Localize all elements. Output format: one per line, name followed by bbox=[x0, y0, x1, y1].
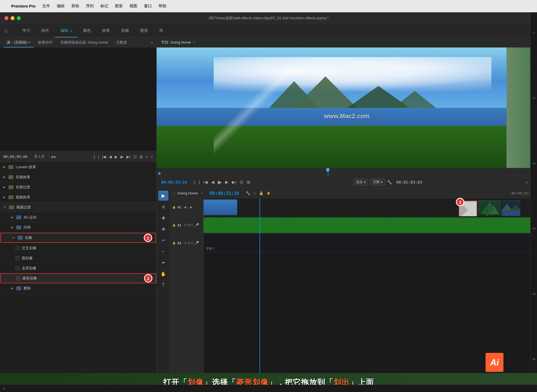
step-fwd-btn[interactable]: ▶ bbox=[121, 155, 124, 159]
home-button[interactable]: ⌂ bbox=[4, 27, 8, 34]
prog-step-fwd[interactable]: ▶ bbox=[225, 180, 229, 185]
move-tool-btn[interactable]: ✥ bbox=[158, 224, 168, 234]
insert-btn[interactable]: ⊡ bbox=[133, 155, 137, 159]
mark-in-btn[interactable]: { bbox=[94, 155, 95, 159]
a1-sync-icon[interactable]: ⊡ bbox=[184, 223, 187, 227]
prog-extract[interactable]: ⊞ bbox=[247, 180, 250, 185]
effects-diamond-wipe[interactable]: ✓ 菱形划像 2 bbox=[0, 273, 156, 283]
fit-selector[interactable]: 适合 ▾ bbox=[354, 179, 368, 186]
timeline-snap-btn[interactable]: 🔧 bbox=[246, 191, 250, 195]
menu-sequence[interactable]: 序列 bbox=[86, 4, 94, 9]
menu-edit[interactable]: 编辑 bbox=[57, 4, 65, 9]
effects-lumetri[interactable]: ▶ Lumetri 效果 bbox=[0, 162, 156, 172]
text-tool-btn[interactable]: T bbox=[158, 280, 168, 290]
prog-go-in[interactable]: |◀ bbox=[203, 180, 208, 185]
effects-3d-motion[interactable]: ▶ 3D 运动 bbox=[0, 212, 156, 222]
tab-effect-controls[interactable]: 效果控件 bbox=[35, 37, 56, 47]
step-back-btn[interactable]: ◀ bbox=[109, 155, 112, 159]
wrench-icon[interactable]: 🔧 bbox=[387, 180, 392, 184]
nav-item-color[interactable]: 颜色 bbox=[77, 24, 96, 37]
a2-mic-icon[interactable]: 🎤 bbox=[194, 241, 199, 245]
a1-m-btn[interactable]: M bbox=[188, 224, 190, 227]
panel-more-button[interactable]: » bbox=[151, 40, 153, 45]
nav-item-library[interactable]: 库 bbox=[154, 24, 169, 37]
nav-item-edit[interactable]: 编辑 ≡ bbox=[55, 24, 77, 37]
a2-lock[interactable]: 🔒 bbox=[172, 241, 176, 244]
prog-step-back[interactable]: ◀ bbox=[211, 180, 215, 185]
nav-item-graphics[interactable]: 图形 bbox=[135, 24, 154, 37]
timeline-lock-btn[interactable]: 🔒 bbox=[259, 191, 263, 195]
a2-sync-icon[interactable]: ⊡ bbox=[184, 241, 187, 245]
prog-mark-out[interactable]: } bbox=[199, 180, 200, 184]
effects-audio-transition[interactable]: ▶ 音频过渡 bbox=[0, 182, 156, 192]
a1-audio-clip[interactable] bbox=[204, 217, 537, 233]
nav-item-learn[interactable]: 学习 bbox=[17, 24, 36, 37]
effects-wipe-folder[interactable]: ▼ 划像 1 bbox=[0, 233, 156, 243]
menu-premiere-pro[interactable]: Premiere Pro bbox=[11, 4, 36, 8]
effects-video-transition[interactable]: ▼ 视频过渡 bbox=[0, 202, 156, 212]
a2-s-btn[interactable]: S bbox=[191, 241, 193, 244]
program-scrubber[interactable] bbox=[157, 168, 537, 176]
v1-lock[interactable]: 🔒 bbox=[172, 206, 176, 209]
razor-tool-btn[interactable]: ✂ bbox=[158, 235, 168, 245]
a1-s-btn[interactable]: S bbox=[191, 224, 193, 227]
menu-view[interactable]: 视图 bbox=[129, 4, 137, 9]
source-timecode[interactable]: 00;00;00;00 bbox=[3, 155, 27, 159]
overwrite-btn[interactable]: ⊞ bbox=[140, 155, 143, 159]
timeline-timecode[interactable]: 00;00;33;16 bbox=[209, 191, 239, 196]
program-tab[interactable]: 节目: Going Home bbox=[160, 40, 192, 45]
quality-selector[interactable]: 完整 ▾ bbox=[370, 179, 385, 186]
nav-item-assembly[interactable]: 组件 bbox=[36, 24, 55, 37]
program-time-display[interactable]: 00:00:33:16 bbox=[161, 180, 187, 184]
prog-lift[interactable]: ⊡ bbox=[240, 180, 243, 185]
selection-tool-btn[interactable]: ▶ bbox=[158, 191, 168, 201]
maximize-button[interactable] bbox=[17, 16, 21, 20]
page-next-icon[interactable]: ▶▶ bbox=[51, 155, 56, 159]
hand-tool-btn[interactable]: ✋ bbox=[158, 269, 168, 279]
effects-cross-wipe[interactable]: ✓ 交叉划像 bbox=[0, 243, 156, 253]
track-select-tool-btn[interactable]: ⊞ bbox=[158, 202, 168, 212]
timeline-marker-btn[interactable]: ⚡ bbox=[266, 191, 271, 195]
v1-sync-icon[interactable]: ○ bbox=[187, 206, 189, 209]
tab-source[interactable]: 源：(无剪辑) ≡ bbox=[3, 37, 34, 47]
a1-track-row[interactable] bbox=[204, 216, 537, 234]
mark-out-btn[interactable]: } bbox=[98, 155, 99, 159]
ripple-tool-btn[interactable]: ✚ bbox=[158, 213, 168, 223]
v1-arrow-icon[interactable]: ▶ bbox=[190, 205, 192, 209]
effects-box-wipe[interactable]: ✓ 盒形划像 bbox=[0, 263, 156, 273]
menu-window[interactable]: 窗口 bbox=[144, 4, 152, 9]
a2-m-btn[interactable]: M bbox=[188, 241, 190, 244]
menu-graphics[interactable]: 图形 bbox=[115, 4, 123, 9]
v1-eye-icon[interactable]: ◀ bbox=[184, 205, 186, 209]
nav-item-audio[interactable]: 音频 bbox=[116, 24, 135, 37]
prog-go-out[interactable]: ▶| bbox=[232, 180, 236, 185]
tab-metadata[interactable]: 元数据 bbox=[113, 37, 130, 47]
program-more[interactable]: » bbox=[526, 180, 528, 184]
minimize-button[interactable] bbox=[11, 16, 15, 20]
menu-clip[interactable]: 剪辑 bbox=[71, 4, 79, 9]
pen-tool-btn[interactable]: ✒ bbox=[158, 258, 168, 268]
a2-track-row[interactable]: 音频 2 bbox=[204, 234, 537, 252]
effects-wipe-erase[interactable]: ▶ 擦除 bbox=[0, 283, 156, 293]
source-add-btn[interactable]: + bbox=[151, 155, 153, 159]
prog-mark-in[interactable]: { bbox=[194, 180, 195, 184]
effects-inner-slide[interactable]: ▶ 内滑 bbox=[0, 222, 156, 232]
go-out-btn[interactable]: ▶| bbox=[126, 155, 131, 159]
tab-audio-mixer[interactable]: 音频剪辑混合器: Going Home bbox=[57, 37, 112, 47]
play-btn[interactable]: ▶ bbox=[115, 155, 118, 159]
slip-tool-btn[interactable]: ↔ bbox=[158, 246, 168, 256]
effects-audio-effects[interactable]: ▶ 音频效果 bbox=[0, 172, 156, 182]
v1-track-row[interactable]: 3 bbox=[204, 198, 537, 216]
timeline-close-btn[interactable]: × bbox=[173, 192, 175, 195]
effects-video-effects[interactable]: ▶ 视频效果 bbox=[0, 192, 156, 202]
effects-circle-wipe[interactable]: ✓ 圆划像 bbox=[0, 253, 156, 263]
a1-lock[interactable]: 🔒 bbox=[172, 224, 176, 227]
nav-item-effects[interactable]: 效果 bbox=[96, 24, 116, 37]
menu-help[interactable]: 帮助 bbox=[159, 4, 166, 9]
menu-file[interactable]: 文件 bbox=[42, 4, 50, 9]
go-in-btn[interactable]: |◀ bbox=[102, 155, 106, 159]
close-button[interactable] bbox=[4, 16, 8, 20]
a1-mic-icon[interactable]: 🎤 bbox=[194, 223, 199, 227]
prog-play[interactable]: ▶ bbox=[218, 179, 222, 185]
timeline-magnet-btn[interactable]: ◌ bbox=[253, 191, 256, 195]
